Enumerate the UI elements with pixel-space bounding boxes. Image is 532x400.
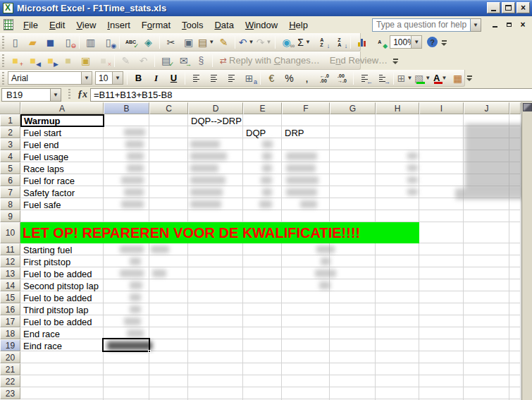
toolbar-options-button[interactable] — [466, 70, 472, 86]
column-header-b[interactable]: B — [104, 102, 149, 114]
column-header-h[interactable]: H — [376, 102, 419, 114]
show-comment-button[interactable]: ■ — [60, 53, 76, 68]
paste-dropdown-icon[interactable]: ▼ — [209, 39, 214, 45]
paste-button[interactable]: ▤▼ — [198, 35, 214, 49]
name-box[interactable]: B19 — [1, 88, 51, 102]
increase-decimal-button[interactable]: ←.0.00 — [316, 71, 333, 85]
undo-button[interactable]: ↶▼ — [238, 35, 254, 49]
end-review-button[interactable]: End Review… — [330, 55, 388, 66]
formula-input[interactable]: =B11+B13+B15-B8 — [90, 88, 532, 102]
print-button[interactable]: ▥ — [82, 35, 99, 49]
cell-a2[interactable]: Fuel start — [20, 126, 187, 138]
send-to-mail-recipient-button[interactable]: ✉→ — [175, 53, 192, 68]
underline-button[interactable]: U — [166, 71, 182, 85]
italic-button[interactable]: I — [148, 71, 164, 85]
column-header-d[interactable]: D — [188, 102, 243, 114]
toolbar-drag-handle[interactable] — [2, 36, 4, 49]
question-help-dropdown-icon[interactable]: ▼ — [471, 18, 481, 32]
toolbar-options-button[interactable] — [441, 33, 447, 51]
borders-button[interactable]: ⊞▼ — [397, 71, 413, 85]
font-color-button[interactable]: A▼ — [432, 71, 448, 85]
cell-a6[interactable]: Fuel for race — [20, 174, 187, 186]
menu-format[interactable]: Format — [136, 18, 176, 32]
column-header-c[interactable]: C — [149, 102, 188, 114]
row-header-17[interactable]: 17 — [0, 315, 20, 327]
open-folder-button[interactable]: ▰ — [25, 35, 41, 49]
column-header-i[interactable]: I — [419, 102, 464, 114]
decrease-decimal-button[interactable]: .00→.0 — [334, 71, 350, 85]
reply-with-changes-button[interactable]: ⇄Reply with Changes… — [220, 55, 320, 66]
zoom-combobox-dropdown-icon[interactable]: ▼ — [411, 36, 421, 48]
permission-button[interactable]: ▯⊖ — [60, 35, 76, 49]
row-header-11[interactable]: 11 — [0, 243, 20, 255]
row-header-21[interactable]: 21 — [0, 363, 20, 375]
column-header-partial[interactable] — [509, 102, 521, 114]
new-document-button[interactable]: ▯ — [7, 35, 23, 49]
fill-handle[interactable] — [148, 350, 151, 353]
column-header-e[interactable]: E — [243, 102, 282, 114]
column-header-j[interactable]: J — [464, 102, 509, 114]
row-header-4[interactable]: 4 — [0, 150, 20, 162]
insert-hyperlink-button[interactable]: ◉∞ — [278, 35, 295, 49]
discard-ink-button[interactable]: ↶ — [135, 53, 151, 68]
chart-wizard-button[interactable] — [354, 35, 370, 49]
align-right-button[interactable] — [223, 71, 240, 85]
column-header-a[interactable]: A — [20, 102, 104, 114]
font-name-combobox[interactable]: Arial▼ — [8, 71, 92, 85]
redo-button[interactable]: ↷▼ — [256, 35, 272, 49]
row-header-8[interactable]: 8 — [0, 198, 20, 210]
row-header-22[interactable]: 22 — [0, 375, 20, 387]
percent-style-button[interactable]: % — [281, 71, 297, 85]
copy-button[interactable]: ▣ — [180, 35, 197, 49]
research-button[interactable]: ◈ — [140, 35, 156, 49]
font-name-combobox-dropdown-icon[interactable]: ▼ — [81, 72, 92, 84]
row-header-16[interactable]: 16 — [0, 303, 20, 315]
row-header-23[interactable]: 23 — [0, 387, 20, 399]
drawing-button[interactable]: A◆ — [371, 35, 388, 49]
hide-ink-annotations-button[interactable]: ✎ — [118, 53, 134, 68]
menu-data[interactable]: Data — [209, 18, 239, 32]
cell-a4[interactable]: Fuel usage — [20, 150, 187, 162]
column-header-g[interactable]: G — [330, 102, 376, 114]
row-header-14[interactable]: 14 — [0, 279, 20, 291]
bold-button[interactable]: B — [130, 71, 147, 85]
save-button[interactable]: ◼ — [42, 35, 58, 49]
maximize-button[interactable] — [502, 2, 515, 13]
cell-a15[interactable]: Fuel to be added — [20, 291, 187, 303]
font-size-combobox[interactable]: 10▼ — [95, 71, 123, 85]
row-header-19[interactable]: 19 — [0, 339, 20, 351]
row-header-2[interactable]: 2 — [0, 126, 20, 138]
format-cells-button[interactable]: ▦ — [450, 71, 466, 85]
spelling-button[interactable]: ABC✓ — [123, 35, 139, 49]
menu-file[interactable]: File — [18, 18, 44, 32]
cell-f2[interactable]: DRP — [282, 126, 378, 138]
menu-tools[interactable]: Tools — [176, 18, 209, 32]
minimize-button[interactable] — [487, 2, 500, 13]
cell-a7[interactable]: Safety factor — [20, 186, 187, 198]
font-color-dropdown-icon[interactable]: ▼ — [441, 75, 447, 81]
cell-a3[interactable]: Fuel end — [20, 138, 187, 150]
font-size-combobox-dropdown-icon[interactable]: ▼ — [112, 72, 123, 84]
borders-dropdown-icon[interactable]: ▼ — [407, 75, 412, 81]
cell-a5[interactable]: Race laps — [20, 162, 187, 174]
row-header-15[interactable]: 15 — [0, 291, 20, 303]
cell-d1[interactable]: DQP-->DRP — [188, 114, 298, 126]
close-button[interactable]: × — [516, 2, 530, 13]
row-header-6[interactable]: 6 — [0, 174, 20, 186]
print-preview-button[interactable]: ▯◉ — [100, 35, 116, 49]
workbook-restore-button[interactable] — [504, 20, 514, 30]
align-left-button[interactable] — [188, 71, 204, 85]
cell-a16[interactable]: Third pitstop lap — [20, 303, 187, 315]
toolbar-options-button[interactable] — [392, 51, 398, 69]
row-header-13[interactable]: 13 — [0, 267, 20, 279]
zoom-combobox[interactable]: 100%▼ — [390, 35, 422, 49]
undo-dropdown-icon[interactable]: ▼ — [249, 39, 254, 45]
delete-comment-button[interactable]: ■× — [95, 53, 111, 68]
redo-dropdown-icon[interactable]: ▼ — [266, 39, 272, 45]
cell-a8[interactable]: Fuel safe — [20, 198, 187, 210]
help-button[interactable]: ? — [424, 35, 440, 49]
cell-a1[interactable]: Warmup — [20, 114, 104, 127]
sort-descending-button[interactable]: ZA↓ — [331, 35, 347, 49]
attach-file-button[interactable]: § — [193, 53, 209, 68]
insert-function-button[interactable]: ƒx — [75, 89, 90, 100]
